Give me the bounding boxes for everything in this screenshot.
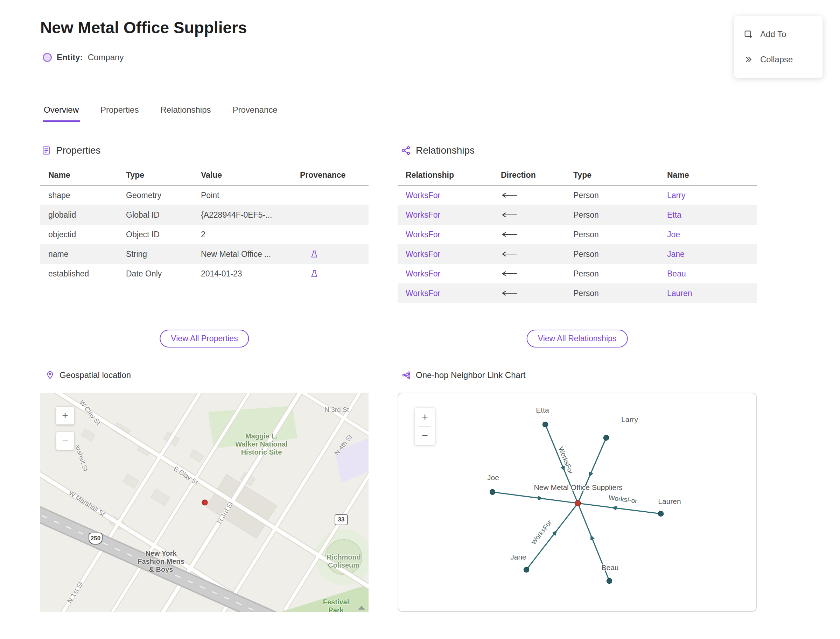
properties-icon — [41, 146, 51, 155]
map-zoom-control: + − — [56, 407, 74, 450]
relationship-direction — [493, 225, 565, 244]
chart-node-etta[interactable] — [543, 422, 548, 427]
chart-zoom-control: + − — [415, 408, 435, 445]
property-provenance — [292, 225, 369, 244]
link-chart-canvas[interactable]: WorksForWorksForWorksForEttaLarryJoeLaur… — [398, 393, 757, 612]
provenance-icon[interactable] — [310, 250, 319, 259]
map-label: E Clay St — [172, 465, 199, 486]
chart-node-label: Lauren — [658, 497, 681, 505]
provenance-icon[interactable] — [310, 269, 319, 278]
chart-edge — [578, 438, 606, 503]
tab-relationships[interactable]: Relationships — [159, 105, 212, 122]
relationship-type-link[interactable]: WorksFor — [406, 210, 440, 219]
chart-center-node[interactable] — [575, 501, 581, 506]
chart-node-label: Jane — [510, 553, 527, 561]
property-type: Date Only — [118, 264, 193, 283]
chart-node-lauren[interactable] — [659, 511, 663, 517]
col-name: Name — [40, 170, 118, 185]
property-name: globalid — [40, 205, 118, 225]
property-value: 2014-01-23 — [193, 264, 292, 283]
edge-label: WorksFor — [608, 494, 638, 505]
tab-provenance[interactable]: Provenance — [232, 105, 278, 122]
relationship-type-link[interactable]: WorksFor — [406, 250, 440, 259]
property-row: establishedDate Only2014-01-23 — [40, 264, 369, 283]
relationships-section-header: Relationships — [401, 145, 475, 156]
geospatial-section-header: Geospatial location — [46, 370, 131, 380]
chart-node-beau[interactable] — [607, 579, 612, 584]
left-arrow-icon — [501, 232, 517, 237]
property-type: Global ID — [118, 205, 193, 225]
chart-node-larry[interactable] — [604, 436, 609, 440]
relationship-type-link[interactable]: WorksFor — [406, 269, 440, 278]
tab-overview[interactable]: Overview — [43, 105, 80, 122]
relationship-direction — [493, 283, 565, 303]
map-zoom-in-button[interactable]: + — [56, 407, 74, 424]
property-name: shape — [40, 185, 118, 205]
entity-type-value: Company — [88, 52, 124, 62]
relationship-type-link[interactable]: WorksFor — [406, 230, 440, 239]
view-all-relationships-button[interactable]: View All Relationships — [527, 330, 628, 348]
relationship-type-link[interactable]: WorksFor — [406, 191, 440, 200]
col-relationship: Relationship — [398, 170, 493, 185]
relationship-row: WorksForPersonBeau — [398, 264, 757, 283]
link-chart-svg: WorksForWorksForWorksForEttaLarryJoeLaur… — [398, 393, 756, 611]
related-entity-link[interactable]: Lauren — [667, 289, 692, 298]
left-arrow-icon — [501, 192, 517, 198]
chart-node-label: Larry — [621, 415, 638, 423]
chart-edge — [545, 424, 578, 503]
col-rel-name: Name — [659, 170, 757, 185]
related-entity-link[interactable]: Beau — [667, 269, 686, 278]
relationship-entity-type: Person — [565, 283, 659, 303]
map-label: Maggie L. Walker National Historic Site — [235, 432, 287, 456]
property-type: String — [118, 244, 193, 264]
double-chevron-right-icon — [743, 55, 753, 64]
tab-properties[interactable]: Properties — [99, 105, 140, 122]
edge-label: WorksFor — [530, 519, 553, 546]
tab-bar: Overview Properties Relationships Proven… — [43, 105, 278, 122]
map-marker[interactable] — [202, 500, 208, 505]
relationship-entity-type: Person — [565, 205, 659, 225]
chart-node-label: Etta — [536, 406, 549, 414]
chart-center-label: New Metal Office Suppliers — [534, 483, 623, 491]
chart-node-joe[interactable] — [490, 490, 495, 495]
relationship-direction — [493, 185, 565, 205]
map-label: arshall St — [73, 444, 89, 472]
map-label: N 3rd St — [215, 501, 234, 525]
col-type: Type — [118, 170, 193, 185]
left-arrow-icon — [501, 212, 517, 218]
chart-edge — [492, 492, 578, 503]
add-to-button[interactable]: Add To — [734, 22, 822, 47]
relationship-row: WorksForPersonJoe — [398, 225, 757, 244]
collapse-button[interactable]: Collapse — [734, 47, 822, 72]
relationship-entity-type: Person — [565, 225, 659, 244]
property-provenance — [292, 244, 369, 264]
related-entity-link[interactable]: Jane — [667, 250, 685, 259]
actions-card: Add To Collapse — [734, 16, 822, 78]
one-hop-section-title: One-hop Neighbor Link Chart — [416, 370, 526, 380]
related-entity-link[interactable]: Joe — [667, 230, 680, 239]
property-provenance — [292, 205, 369, 225]
property-row: globalidGlobal ID{A228944F-0EF5-... — [40, 205, 369, 225]
relationships-icon — [401, 146, 411, 155]
relationship-direction — [493, 244, 565, 264]
entity-type-dot — [43, 53, 52, 62]
property-row: objectidObject ID2 — [40, 225, 369, 244]
map-attribution-toggle[interactable] — [358, 606, 365, 610]
chart-node-label: Joe — [487, 474, 499, 482]
map-canvas[interactable]: W Clay Starshall StW Marshall StE Clay S… — [40, 393, 369, 612]
property-value: 2 — [193, 225, 292, 244]
relationship-type-link[interactable]: WorksFor — [406, 289, 440, 298]
related-entity-link[interactable]: Etta — [667, 210, 681, 219]
relationship-entity-type: Person — [565, 244, 659, 264]
relationships-table-header: Relationship Direction Type Name — [398, 170, 757, 185]
chart-zoom-out-button[interactable]: − — [415, 427, 435, 445]
property-type: Geometry — [118, 185, 193, 205]
link-chart-icon — [402, 370, 411, 380]
related-entity-link[interactable]: Larry — [667, 191, 685, 200]
map-label: N 3rd St — [325, 406, 349, 413]
view-all-properties-button[interactable]: View All Properties — [160, 330, 249, 348]
map-zoom-out-button[interactable]: − — [56, 432, 74, 450]
chart-node-jane[interactable] — [524, 567, 529, 572]
chart-zoom-in-button[interactable]: + — [415, 408, 435, 426]
map-label: Richmond Coliseum — [326, 553, 361, 569]
